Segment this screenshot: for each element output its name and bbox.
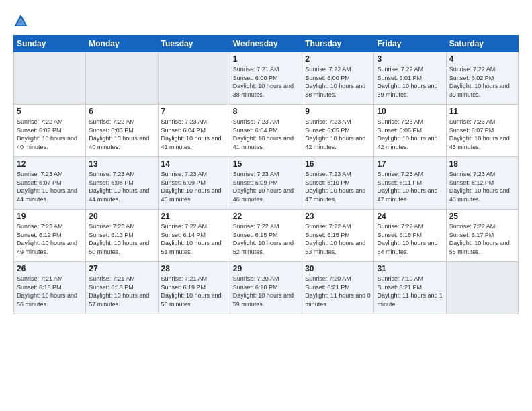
day-info: Sunrise: 7:23 AMSunset: 6:10 PMDaylight:… [305, 170, 371, 203]
calendar-cell: 13Sunrise: 7:23 AMSunset: 6:08 PMDayligh… [86, 157, 158, 210]
day-info: Sunrise: 7:23 AMSunset: 6:11 PMDaylight:… [377, 170, 443, 203]
calendar-cell: 28Sunrise: 7:21 AMSunset: 6:19 PMDayligh… [158, 262, 230, 314]
calendar-cell: 25Sunrise: 7:22 AMSunset: 6:17 PMDayligh… [446, 210, 518, 262]
calendar-cell: 27Sunrise: 7:21 AMSunset: 6:18 PMDayligh… [86, 262, 158, 314]
day-number: 31 [377, 264, 443, 273]
calendar-cell: 11Sunrise: 7:23 AMSunset: 6:07 PMDayligh… [446, 105, 518, 157]
day-info: Sunrise: 7:22 AMSunset: 6:16 PMDaylight:… [377, 222, 443, 256]
day-number: 9 [305, 107, 371, 116]
day-header: Monday [86, 36, 158, 52]
day-header: Tuesday [158, 36, 230, 52]
calendar-cell: 19Sunrise: 7:23 AMSunset: 6:12 PMDayligh… [14, 210, 86, 262]
day-info: Sunrise: 7:22 AMSunset: 6:00 PMDaylight:… [305, 65, 371, 99]
day-info: Sunrise: 7:22 AMSunset: 6:15 PMDaylight:… [305, 222, 371, 256]
calendar-cell: 4Sunrise: 7:22 AMSunset: 6:02 PMDaylight… [446, 52, 518, 105]
calendar-cell: 30Sunrise: 7:20 AMSunset: 6:21 PMDayligh… [302, 262, 374, 314]
day-number: 24 [377, 212, 443, 221]
day-info: Sunrise: 7:21 AMSunset: 6:18 PMDaylight:… [17, 275, 83, 308]
day-number: 27 [89, 264, 154, 273]
calendar-cell: 2Sunrise: 7:22 AMSunset: 6:00 PMDaylight… [302, 52, 374, 105]
day-info: Sunrise: 7:22 AMSunset: 6:02 PMDaylight:… [449, 65, 515, 99]
logo-icon [13, 13, 28, 28]
day-number: 2 [305, 54, 371, 64]
header [13, 12, 519, 28]
day-info: Sunrise: 7:20 AMSunset: 6:21 PMDaylight:… [305, 275, 371, 308]
day-info: Sunrise: 7:22 AMSunset: 6:15 PMDaylight:… [233, 222, 299, 256]
day-number: 25 [449, 212, 515, 221]
day-info: Sunrise: 7:23 AMSunset: 6:12 PMDaylight:… [449, 170, 515, 203]
calendar-cell [446, 262, 518, 314]
day-number: 7 [161, 107, 227, 116]
day-number: 28 [161, 264, 227, 273]
day-number: 6 [89, 107, 154, 116]
day-header: Friday [374, 36, 446, 52]
day-info: Sunrise: 7:22 AMSunset: 6:14 PMDaylight:… [161, 222, 227, 256]
day-info: Sunrise: 7:23 AMSunset: 6:07 PMDaylight:… [17, 170, 83, 203]
calendar-cell: 7Sunrise: 7:23 AMSunset: 6:04 PMDaylight… [158, 105, 230, 157]
header-row: SundayMondayTuesdayWednesdayThursdayFrid… [14, 36, 519, 52]
day-info: Sunrise: 7:23 AMSunset: 6:07 PMDaylight:… [449, 118, 515, 151]
day-number: 16 [305, 159, 371, 169]
calendar-cell: 23Sunrise: 7:22 AMSunset: 6:15 PMDayligh… [302, 210, 374, 262]
day-info: Sunrise: 7:22 AMSunset: 6:17 PMDaylight:… [449, 222, 515, 256]
day-number: 30 [305, 264, 371, 273]
calendar-cell: 15Sunrise: 7:23 AMSunset: 6:09 PMDayligh… [230, 157, 302, 210]
calendar-cell: 6Sunrise: 7:22 AMSunset: 6:03 PMDaylight… [86, 105, 158, 157]
day-number: 8 [233, 107, 299, 116]
day-info: Sunrise: 7:23 AMSunset: 6:04 PMDaylight:… [233, 118, 299, 151]
day-number: 3 [377, 54, 443, 64]
calendar-cell: 21Sunrise: 7:22 AMSunset: 6:14 PMDayligh… [158, 210, 230, 262]
day-header: Sunday [14, 36, 86, 52]
day-info: Sunrise: 7:21 AMSunset: 6:18 PMDaylight:… [89, 275, 154, 308]
day-info: Sunrise: 7:23 AMSunset: 6:13 PMDaylight:… [89, 222, 154, 256]
day-info: Sunrise: 7:23 AMSunset: 6:06 PMDaylight:… [377, 118, 443, 151]
day-number: 18 [449, 159, 515, 169]
day-number: 10 [377, 107, 443, 116]
day-number: 5 [17, 107, 83, 116]
calendar-cell [86, 52, 158, 105]
day-number: 22 [233, 212, 299, 221]
calendar-cell: 1Sunrise: 7:21 AMSunset: 6:00 PMDaylight… [230, 52, 302, 105]
calendar-week-row: 26Sunrise: 7:21 AMSunset: 6:18 PMDayligh… [14, 262, 519, 314]
day-number: 20 [89, 212, 154, 221]
day-number: 26 [17, 264, 83, 273]
calendar-cell: 3Sunrise: 7:22 AMSunset: 6:01 PMDaylight… [374, 52, 446, 105]
day-number: 15 [233, 159, 299, 169]
day-header: Saturday [446, 36, 518, 52]
calendar-cell: 31Sunrise: 7:19 AMSunset: 6:21 PMDayligh… [374, 262, 446, 314]
calendar-cell: 8Sunrise: 7:23 AMSunset: 6:04 PMDaylight… [230, 105, 302, 157]
calendar-table: SundayMondayTuesdayWednesdayThursdayFrid… [13, 35, 519, 314]
calendar-cell: 17Sunrise: 7:23 AMSunset: 6:11 PMDayligh… [374, 157, 446, 210]
day-info: Sunrise: 7:22 AMSunset: 6:01 PMDaylight:… [377, 65, 443, 99]
day-info: Sunrise: 7:22 AMSunset: 6:02 PMDaylight:… [17, 118, 83, 151]
calendar-week-row: 19Sunrise: 7:23 AMSunset: 6:12 PMDayligh… [14, 210, 519, 262]
day-header: Thursday [302, 36, 374, 52]
calendar-cell: 24Sunrise: 7:22 AMSunset: 6:16 PMDayligh… [374, 210, 446, 262]
day-number: 21 [161, 212, 227, 221]
calendar-cell: 10Sunrise: 7:23 AMSunset: 6:06 PMDayligh… [374, 105, 446, 157]
day-info: Sunrise: 7:23 AMSunset: 6:09 PMDaylight:… [233, 170, 299, 203]
day-info: Sunrise: 7:19 AMSunset: 6:21 PMDaylight:… [377, 275, 443, 308]
day-number: 17 [377, 159, 443, 169]
day-number: 11 [449, 107, 515, 116]
day-info: Sunrise: 7:20 AMSunset: 6:20 PMDaylight:… [233, 275, 299, 308]
calendar-cell [158, 52, 230, 105]
day-number: 14 [161, 159, 227, 169]
calendar-cell: 16Sunrise: 7:23 AMSunset: 6:10 PMDayligh… [302, 157, 374, 210]
day-number: 1 [233, 54, 299, 64]
calendar-week-row: 12Sunrise: 7:23 AMSunset: 6:07 PMDayligh… [14, 157, 519, 210]
calendar-cell: 26Sunrise: 7:21 AMSunset: 6:18 PMDayligh… [14, 262, 86, 314]
calendar-cell: 9Sunrise: 7:23 AMSunset: 6:05 PMDaylight… [302, 105, 374, 157]
calendar-cell: 22Sunrise: 7:22 AMSunset: 6:15 PMDayligh… [230, 210, 302, 262]
day-info: Sunrise: 7:23 AMSunset: 6:12 PMDaylight:… [17, 222, 83, 256]
calendar-week-row: 5Sunrise: 7:22 AMSunset: 6:02 PMDaylight… [14, 105, 519, 157]
day-info: Sunrise: 7:23 AMSunset: 6:05 PMDaylight:… [305, 118, 371, 151]
day-info: Sunrise: 7:21 AMSunset: 6:19 PMDaylight:… [161, 275, 227, 308]
logo [13, 12, 31, 28]
calendar-cell: 5Sunrise: 7:22 AMSunset: 6:02 PMDaylight… [14, 105, 86, 157]
calendar-cell: 12Sunrise: 7:23 AMSunset: 6:07 PMDayligh… [14, 157, 86, 210]
day-info: Sunrise: 7:21 AMSunset: 6:00 PMDaylight:… [233, 65, 299, 99]
calendar-cell: 14Sunrise: 7:23 AMSunset: 6:09 PMDayligh… [158, 157, 230, 210]
day-number: 29 [233, 264, 299, 273]
day-number: 12 [17, 159, 83, 169]
